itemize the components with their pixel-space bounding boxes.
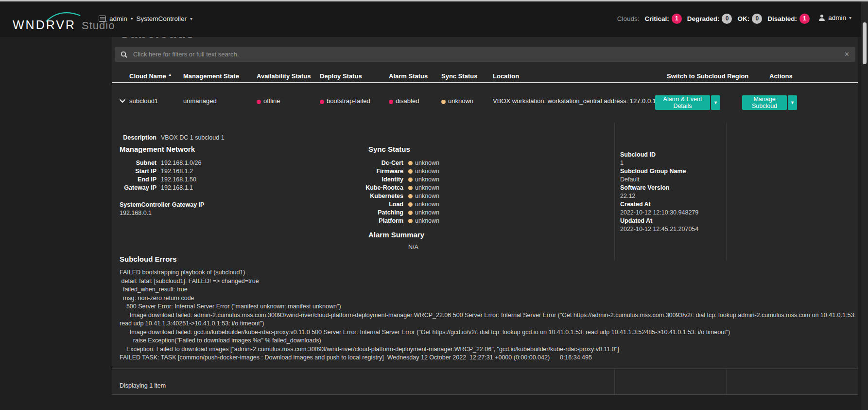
status-dot-unknown — [408, 178, 413, 182]
clouds-degraded: Degraded: 0 — [687, 14, 732, 24]
updated-at-value: 2022-10-12 12:45:21.207054 — [620, 226, 698, 232]
status-dot-unknown — [441, 100, 446, 104]
status-dot-unknown — [408, 219, 413, 223]
clouds-disabled-label: Disabled: — [767, 15, 797, 22]
chevron-down-icon: ▼ — [713, 100, 718, 105]
software-version-label: Software Version — [620, 184, 669, 191]
cell-cloud-name: subcloud1 — [129, 97, 158, 105]
dc-cert-value: unknown — [415, 160, 439, 166]
chevron-down-icon: ▾ — [849, 15, 851, 20]
column-header-location[interactable]: Location — [493, 72, 519, 80]
status-dot-critical — [257, 100, 261, 104]
detail-column-divider — [726, 123, 727, 260]
table-item-count: Displaying 1 item — [120, 382, 166, 389]
chevron-down-icon[interactable]: ▾ — [190, 16, 192, 21]
cell-sync-status: unknown — [448, 97, 473, 105]
detail-column-divider — [614, 123, 615, 260]
gateway-ip-value: 192.168.1.1 — [161, 184, 193, 191]
created-at-label: Created At — [620, 201, 651, 208]
footer-column-divider — [614, 369, 615, 394]
start-ip-value: 192.168.1.2 — [161, 168, 193, 175]
kubernetes-value: unknown — [415, 193, 439, 199]
error-line: 500 Server Error: Internal Server Error … — [120, 303, 341, 310]
systemcontroller-gateway-value: 192.168.0.1 — [120, 210, 152, 216]
subcloud-id-label: Subcloud ID — [620, 151, 656, 158]
alarm-event-details-button[interactable]: Alarm & Event Details — [655, 95, 710, 110]
error-line: Image download failed: admin-2.cumulus.m… — [120, 312, 856, 319]
error-line: msg: non-zero return code — [120, 295, 194, 302]
status-dot-unknown — [408, 161, 413, 165]
status-dot-critical — [320, 100, 324, 104]
error-line: Image download failed: gcd.io/kubebuilde… — [120, 329, 730, 336]
error-line: read udp 10.41.1.3:40251->10.41.0.1:53: … — [120, 320, 264, 327]
platform-label: Platform — [306, 217, 403, 224]
error-line: Exception: Failed to download images ["a… — [120, 346, 619, 353]
collapse-row-icon[interactable] — [119, 99, 126, 103]
column-header-cloud-name[interactable]: Cloud Name▲ — [129, 72, 172, 80]
disabled-count-badge: 1 — [799, 14, 810, 24]
subnet-label: Subnet — [58, 160, 156, 166]
column-header-alarm-status[interactable]: Alarm Status — [389, 72, 428, 80]
alarm-event-details-dropdown-button[interactable]: ▼ — [711, 95, 720, 110]
clouds-degraded-label: Degraded: — [687, 15, 720, 22]
breadcrumb-user: admin — [109, 15, 127, 22]
manage-subcloud-button[interactable]: Manage Subcloud — [742, 95, 787, 110]
clear-search-icon[interactable]: ✕ — [838, 51, 855, 58]
error-line: raise Exception("Failed to download imag… — [120, 337, 321, 344]
breadcrumb-separator: • — [131, 15, 133, 22]
end-ip-value: 192.168.1.50 — [161, 176, 196, 183]
patching-label: Patching — [306, 209, 403, 216]
subcloud-group-name-label: Subcloud Group Name — [620, 168, 686, 175]
kubernetes-label: Kubernetes — [306, 193, 403, 199]
status-dot-unknown — [408, 186, 413, 190]
firmware-label: Firmware — [306, 168, 403, 175]
column-header-sync-status[interactable]: Sync Status — [441, 72, 477, 80]
manage-subcloud-dropdown-button[interactable]: ▼ — [788, 95, 797, 110]
person-icon — [818, 14, 825, 21]
error-line: detail: fatal: [subcloud1]: FAILED! => c… — [120, 278, 259, 285]
alarm-summary-title: Alarm Summary — [368, 231, 424, 239]
column-header-deploy-status[interactable]: Deploy Status — [320, 72, 362, 80]
column-header-availability-status[interactable]: Availability Status — [257, 72, 311, 80]
cell-deploy-status: bootstrap-failed — [327, 97, 370, 105]
search-bar: ✕ — [115, 47, 855, 62]
column-header-label: Cloud Name — [129, 72, 166, 80]
identity-value: unknown — [415, 176, 439, 183]
description-label: Description — [58, 134, 156, 141]
subcloud-errors-title: Subcloud Errors — [120, 255, 177, 263]
start-ip-label: Start IP — [58, 168, 156, 175]
user-menu[interactable]: admin ▾ — [818, 14, 851, 21]
system-icon — [99, 16, 106, 22]
firmware-value: unknown — [415, 168, 439, 175]
patching-value: unknown — [415, 209, 439, 216]
software-version-value: 22.12 — [620, 193, 635, 199]
identity-label: Identity — [306, 176, 403, 183]
error-line: FAILED TASK: TASK [common/push-docker-im… — [120, 354, 592, 361]
app-header: WNDRVR Studio admin • SystemController ▾… — [0, 0, 868, 37]
column-header-switch-region[interactable]: Switch to Subcloud Region — [667, 72, 748, 80]
clouds-disabled: Disabled: 1 — [767, 14, 810, 24]
description-value: VBOX DC 1 subcloud 1 — [161, 134, 225, 141]
clouds-ok: OK: 0 — [737, 14, 762, 24]
breadcrumb[interactable]: admin • SystemController ▾ — [99, 15, 192, 22]
cell-availability-status: offline — [263, 97, 280, 105]
column-header-actions[interactable]: Actions — [769, 72, 793, 80]
app-window: Subclouds WNDRVR Studio admin • SystemCo… — [0, 0, 868, 410]
logo-brand-text: WNDRVR — [13, 18, 76, 32]
subcloud-group-name-value: Default — [620, 176, 640, 183]
kube-rootca-value: unknown — [415, 184, 439, 191]
clouds-critical: Critical: 1 — [644, 14, 681, 24]
clouds-label: Clouds: — [617, 15, 640, 22]
clouds-critical-label: Critical: — [644, 15, 669, 22]
critical-count-badge: 1 — [672, 14, 682, 24]
cell-location: VBOX workstation: workstation_central ad… — [493, 97, 656, 105]
kube-rootca-label: Kube-Rootca — [306, 184, 403, 191]
scrollbar-thumb[interactable] — [863, 22, 867, 64]
browser-edge — [0, 0, 868, 1]
subcloud-id-value: 1 — [620, 160, 624, 166]
end-ip-label: End IP — [58, 176, 156, 183]
search-input[interactable] — [132, 50, 838, 58]
column-header-management-state[interactable]: Management State — [183, 72, 239, 80]
load-value: unknown — [415, 201, 439, 208]
load-label: Load — [306, 201, 403, 208]
